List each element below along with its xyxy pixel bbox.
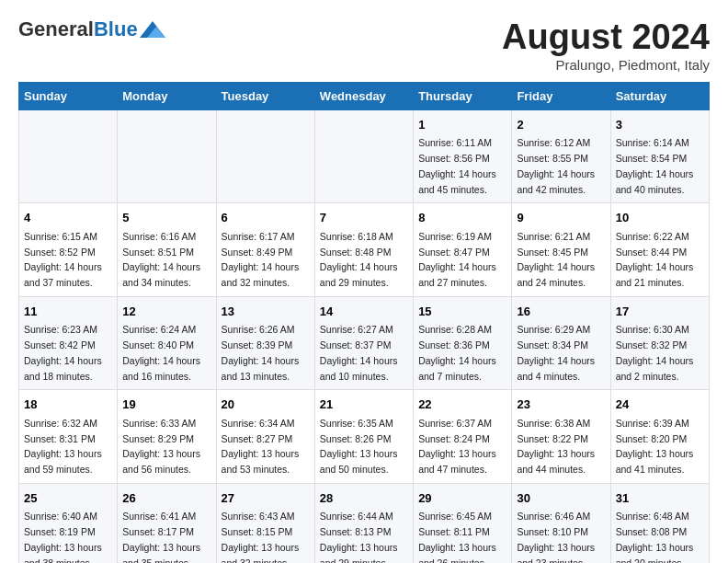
calendar-header: SundayMondayTuesdayWednesdayThursdayFrid… [19, 82, 710, 109]
cell-info: Sunrise: 6:27 AMSunset: 8:37 PMDaylight:… [320, 324, 398, 381]
calendar-cell: 5Sunrise: 6:16 AMSunset: 8:51 PMDaylight… [118, 203, 216, 297]
calendar-week-5: 25Sunrise: 6:40 AMSunset: 8:19 PMDayligh… [19, 483, 710, 563]
header-day-thursday: Thursday [414, 82, 512, 109]
logo-general: General [18, 17, 94, 40]
day-number: 25 [24, 489, 112, 508]
day-number: 5 [122, 209, 210, 227]
day-number: 7 [320, 209, 408, 227]
day-number: 20 [222, 396, 310, 414]
cell-info: Sunrise: 6:12 AMSunset: 8:55 PMDaylight:… [517, 137, 595, 194]
header-day-monday: Monday [118, 82, 216, 109]
calendar-cell: 22Sunrise: 6:37 AMSunset: 8:24 PMDayligh… [414, 390, 512, 484]
day-number: 15 [418, 303, 506, 321]
cell-info: Sunrise: 6:22 AMSunset: 8:44 PMDaylight:… [616, 231, 694, 288]
cell-info: Sunrise: 6:21 AMSunset: 8:45 PMDaylight:… [517, 231, 595, 288]
cell-info: Sunrise: 6:17 AMSunset: 8:49 PMDaylight:… [222, 231, 300, 288]
calendar-cell: 11Sunrise: 6:23 AMSunset: 8:42 PMDayligh… [19, 296, 118, 390]
calendar-cell [118, 109, 216, 203]
day-number: 17 [616, 303, 704, 321]
calendar-cell: 9Sunrise: 6:21 AMSunset: 8:45 PMDaylight… [512, 203, 610, 297]
calendar-cell: 8Sunrise: 6:19 AMSunset: 8:47 PMDaylight… [414, 203, 512, 297]
day-number: 31 [616, 489, 704, 508]
calendar-cell [216, 109, 314, 203]
calendar-cell: 23Sunrise: 6:38 AMSunset: 8:22 PMDayligh… [512, 390, 610, 484]
calendar-cell: 29Sunrise: 6:45 AMSunset: 8:11 PMDayligh… [414, 483, 512, 563]
calendar-cell: 3Sunrise: 6:14 AMSunset: 8:54 PMDaylight… [610, 109, 709, 203]
title-area: August 2024 Pralungo, Piedmont, Italy [502, 18, 710, 73]
day-number: 16 [517, 303, 605, 321]
calendar-week-2: 4Sunrise: 6:15 AMSunset: 8:52 PMDaylight… [19, 203, 710, 297]
calendar-cell: 25Sunrise: 6:40 AMSunset: 8:19 PMDayligh… [19, 483, 118, 563]
page-header: GeneralBlue August 2024 Pralungo, Piedmo… [18, 18, 710, 73]
cell-info: Sunrise: 6:32 AMSunset: 8:31 PMDaylight:… [24, 418, 102, 475]
calendar-cell: 13Sunrise: 6:26 AMSunset: 8:39 PMDayligh… [216, 296, 314, 390]
day-number: 2 [517, 116, 605, 134]
header-day-friday: Friday [512, 82, 610, 109]
day-number: 14 [320, 303, 408, 321]
day-number: 12 [122, 303, 210, 321]
calendar-cell [19, 109, 118, 203]
logo-icon [140, 21, 165, 38]
calendar-cell: 16Sunrise: 6:29 AMSunset: 8:34 PMDayligh… [512, 296, 610, 390]
day-number: 21 [320, 396, 408, 414]
calendar-cell: 7Sunrise: 6:18 AMSunset: 8:48 PMDaylight… [314, 203, 413, 297]
cell-info: Sunrise: 6:48 AMSunset: 8:08 PMDaylight:… [616, 511, 694, 563]
calendar-cell: 12Sunrise: 6:24 AMSunset: 8:40 PMDayligh… [118, 296, 216, 390]
calendar-week-4: 18Sunrise: 6:32 AMSunset: 8:31 PMDayligh… [19, 390, 710, 484]
cell-info: Sunrise: 6:19 AMSunset: 8:47 PMDaylight:… [418, 231, 496, 288]
calendar-cell: 14Sunrise: 6:27 AMSunset: 8:37 PMDayligh… [314, 296, 413, 390]
header-day-sunday: Sunday [19, 82, 118, 109]
calendar-cell: 10Sunrise: 6:22 AMSunset: 8:44 PMDayligh… [610, 203, 709, 297]
calendar-cell: 27Sunrise: 6:43 AMSunset: 8:15 PMDayligh… [216, 483, 314, 563]
cell-info: Sunrise: 6:29 AMSunset: 8:34 PMDaylight:… [517, 324, 595, 381]
header-row: SundayMondayTuesdayWednesdayThursdayFrid… [19, 82, 710, 109]
day-number: 8 [418, 209, 506, 227]
cell-info: Sunrise: 6:39 AMSunset: 8:20 PMDaylight:… [616, 418, 694, 475]
calendar-cell: 30Sunrise: 6:46 AMSunset: 8:10 PMDayligh… [512, 483, 610, 563]
cell-info: Sunrise: 6:45 AMSunset: 8:11 PMDaylight:… [418, 511, 496, 563]
calendar-cell: 28Sunrise: 6:44 AMSunset: 8:13 PMDayligh… [314, 483, 413, 563]
calendar-cell: 20Sunrise: 6:34 AMSunset: 8:27 PMDayligh… [216, 390, 314, 484]
calendar-body: 1Sunrise: 6:11 AMSunset: 8:56 PMDaylight… [19, 109, 710, 563]
header-day-saturday: Saturday [610, 82, 709, 109]
logo-blue: Blue [94, 17, 138, 40]
calendar-cell: 15Sunrise: 6:28 AMSunset: 8:36 PMDayligh… [414, 296, 512, 390]
month-title: August 2024 [502, 18, 710, 57]
cell-info: Sunrise: 6:23 AMSunset: 8:42 PMDaylight:… [24, 324, 102, 381]
cell-info: Sunrise: 6:46 AMSunset: 8:10 PMDaylight:… [517, 511, 595, 563]
calendar-cell: 1Sunrise: 6:11 AMSunset: 8:56 PMDaylight… [414, 109, 512, 203]
day-number: 18 [24, 396, 112, 414]
calendar-cell: 19Sunrise: 6:33 AMSunset: 8:29 PMDayligh… [118, 390, 216, 484]
calendar-cell: 18Sunrise: 6:32 AMSunset: 8:31 PMDayligh… [19, 390, 118, 484]
calendar-cell [314, 109, 413, 203]
day-number: 30 [517, 489, 605, 508]
cell-info: Sunrise: 6:41 AMSunset: 8:17 PMDaylight:… [122, 511, 200, 563]
day-number: 28 [320, 489, 408, 508]
day-number: 24 [616, 396, 704, 414]
cell-info: Sunrise: 6:16 AMSunset: 8:51 PMDaylight:… [122, 231, 200, 288]
calendar-cell: 21Sunrise: 6:35 AMSunset: 8:26 PMDayligh… [314, 390, 413, 484]
logo-text: GeneralBlue [18, 18, 138, 40]
logo: GeneralBlue [18, 18, 165, 40]
day-number: 13 [222, 303, 310, 321]
day-number: 27 [222, 489, 310, 508]
cell-info: Sunrise: 6:30 AMSunset: 8:32 PMDaylight:… [616, 324, 694, 381]
cell-info: Sunrise: 6:34 AMSunset: 8:27 PMDaylight:… [222, 418, 300, 475]
header-day-wednesday: Wednesday [314, 82, 413, 109]
day-number: 9 [517, 209, 605, 227]
cell-info: Sunrise: 6:38 AMSunset: 8:22 PMDaylight:… [517, 418, 595, 475]
calendar-cell: 6Sunrise: 6:17 AMSunset: 8:49 PMDaylight… [216, 203, 314, 297]
calendar-cell: 31Sunrise: 6:48 AMSunset: 8:08 PMDayligh… [610, 483, 709, 563]
header-day-tuesday: Tuesday [216, 82, 314, 109]
day-number: 22 [418, 396, 506, 414]
calendar-week-1: 1Sunrise: 6:11 AMSunset: 8:56 PMDaylight… [19, 109, 710, 203]
day-number: 10 [616, 209, 704, 227]
cell-info: Sunrise: 6:24 AMSunset: 8:40 PMDaylight:… [122, 324, 200, 381]
cell-info: Sunrise: 6:35 AMSunset: 8:26 PMDaylight:… [320, 418, 398, 475]
cell-info: Sunrise: 6:14 AMSunset: 8:54 PMDaylight:… [616, 137, 694, 194]
calendar-cell: 26Sunrise: 6:41 AMSunset: 8:17 PMDayligh… [118, 483, 216, 563]
day-number: 1 [418, 116, 506, 134]
day-number: 4 [24, 209, 112, 227]
day-number: 26 [122, 489, 210, 508]
day-number: 19 [122, 396, 210, 414]
